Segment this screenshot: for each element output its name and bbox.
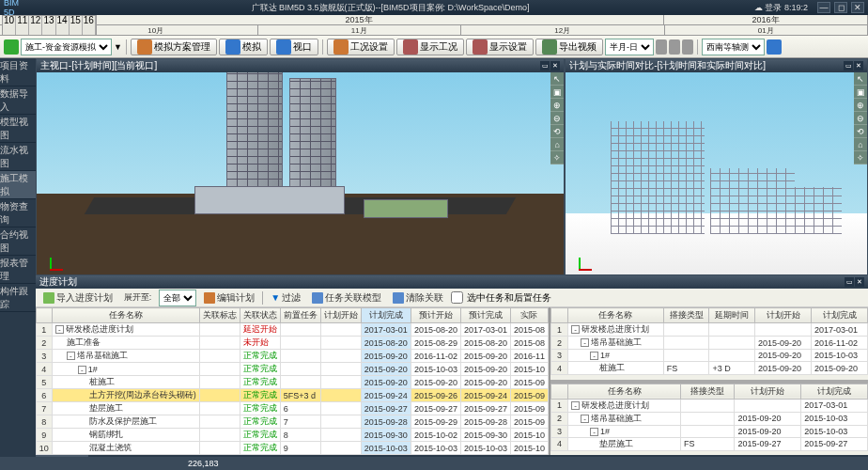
viewport-button[interactable]: 视口: [270, 39, 318, 55]
viewport-tool-button[interactable]: ▣: [854, 86, 867, 99]
column-header[interactable]: [551, 308, 568, 323]
tree-expand-icon[interactable]: -: [67, 352, 75, 360]
schedule-table[interactable]: 任务名称关联标志关联状态前置任务计划开始计划完成预计开始预计完成实际1-研发楼总…: [36, 307, 549, 455]
column-header[interactable]: 延期时间: [709, 308, 755, 323]
condition-button[interactable]: 工况设置: [327, 39, 395, 55]
axis-gizmo[interactable]: [569, 248, 592, 271]
close-button[interactable]: ✕: [851, 2, 864, 13]
tree-expand-icon[interactable]: -: [590, 428, 598, 436]
table-row[interactable]: 1-研发楼总进度计划2017-03-01: [551, 323, 868, 337]
table-row[interactable]: 4-1#正常完成2015-09-202015-10-032015-09-2020…: [36, 363, 548, 376]
viewport-tool-button[interactable]: ⊖: [550, 112, 564, 125]
main-viewport[interactable]: ↖▣⊕⊖⟲⌂✧: [37, 72, 564, 274]
axis-gizmo[interactable]: [40, 248, 63, 271]
minimize-button[interactable]: —: [817, 2, 830, 13]
view-angle-select[interactable]: 西南等轴测: [702, 39, 765, 55]
viewport-tool-button[interactable]: ↖: [550, 72, 564, 86]
tree-expand-icon[interactable]: -: [581, 415, 589, 423]
filter-button[interactable]: ▼过滤: [267, 290, 304, 306]
predecessor-table-wrap[interactable]: 任务名称搭接类型延期时间计划开始计划完成1-研发楼总进度计划2017-03-01…: [550, 307, 868, 380]
table-row[interactable]: 3-1#2015-09-202015-10-03: [551, 350, 868, 362]
viewport-tool-button[interactable]: ⊕: [550, 99, 564, 112]
play-icon[interactable]: [4, 39, 19, 55]
clear-link-button[interactable]: 清除关联: [389, 290, 447, 306]
tree-expand-icon[interactable]: -: [571, 325, 580, 334]
column-header[interactable]: 关联状态: [240, 308, 280, 323]
prev-icon[interactable]: [656, 39, 667, 55]
schedule-table-wrap[interactable]: 任务名称关联标志关联状态前置任务计划开始计划完成预计开始预计完成实际1-研发楼总…: [36, 307, 549, 455]
table-row[interactable]: 9钢筋绑扎正常完成82015-09-302015-10-022015-09-30…: [36, 429, 548, 442]
play2-icon[interactable]: [669, 39, 680, 55]
select-tasks-checkbox[interactable]: [451, 291, 463, 304]
tree-expand-icon[interactable]: -: [78, 366, 86, 374]
column-header[interactable]: 计划开始: [735, 384, 801, 399]
tree-expand-icon[interactable]: -: [55, 325, 64, 334]
sidebar-item-trace[interactable]: 构件跟踪: [0, 284, 36, 312]
column-header[interactable]: 实际: [510, 308, 548, 323]
panel-max-button[interactable]: ▭: [845, 277, 854, 287]
period-select[interactable]: 半月-日: [605, 39, 654, 55]
column-header[interactable]: 任务名称: [568, 384, 681, 399]
table-row[interactable]: 2-塔吊基础施工2015-09-202016-11-02: [551, 337, 868, 350]
maximize-button[interactable]: ◻: [834, 2, 847, 13]
sidebar-item-cost[interactable]: 合约视图: [0, 227, 36, 256]
viewport-tool-button[interactable]: ⟲: [854, 125, 867, 138]
viewport-tool-button[interactable]: ⌂: [854, 138, 867, 151]
viewport-max-button[interactable]: ▭: [844, 61, 853, 70]
table-row[interactable]: 7垫层施工正常完成62015-09-272015-09-272015-09-27…: [36, 402, 548, 415]
table-row[interactable]: 1-研发楼总进度计划延迟开始2017-03-012015-08-202017-0…: [36, 323, 548, 337]
expand-select[interactable]: 全部: [159, 290, 196, 306]
viewport-tool-button[interactable]: ✧: [550, 151, 564, 164]
viewport-tool-button[interactable]: ↖: [854, 72, 867, 86]
column-header[interactable]: 计划完成: [812, 308, 868, 323]
viewport-close-button[interactable]: ✕: [550, 61, 560, 70]
next-icon[interactable]: [682, 39, 693, 55]
column-header[interactable]: [36, 308, 52, 323]
column-header[interactable]: 搭接类型: [663, 308, 709, 323]
sidebar-item-import[interactable]: 数据导入: [0, 86, 36, 115]
table-row[interactable]: 2施工准备未开始2015-08-202015-08-292015-08-2020…: [36, 337, 548, 350]
edit-plan-button[interactable]: 编辑计划: [200, 290, 258, 306]
viewport-tool-button[interactable]: ⊖: [854, 112, 867, 125]
sidebar-item-flow[interactable]: 流水视图: [0, 143, 36, 171]
table-row[interactable]: 3-塔吊基础施工正常完成2015-09-202016-11-022015-09-…: [36, 350, 548, 363]
successor-table-wrap[interactable]: 任务名称搭接类型计划开始计划完成1-研发楼总进度计划2017-03-012-塔吊…: [550, 384, 868, 456]
viewport-tool-button[interactable]: ▣: [550, 86, 564, 99]
tree-expand-icon[interactable]: -: [571, 401, 580, 410]
tree-expand-icon[interactable]: -: [590, 352, 598, 360]
table-row[interactable]: 1-研发楼总进度计划2017-03-01: [551, 399, 868, 412]
column-header[interactable]: 前置任务: [280, 308, 320, 323]
column-header[interactable]: 计划完成: [801, 384, 868, 399]
table-row[interactable]: 4桩施工FS+3 D2015-09-202015-09-20: [551, 362, 868, 375]
viewport-tool-button[interactable]: ✧: [854, 151, 867, 164]
column-header[interactable]: 计划开始: [320, 308, 361, 323]
scheme-select[interactable]: 施工-资金资源模拟: [21, 39, 112, 55]
table-row[interactable]: 5桩施工正常完成2015-09-202015-09-202015-09-2020…: [36, 376, 548, 389]
import-schedule-button[interactable]: 导入进度计划: [39, 290, 116, 306]
column-header[interactable]: 任务名称: [568, 308, 664, 323]
scheme-manage-button[interactable]: 模拟方案管理: [131, 39, 217, 55]
column-header[interactable]: 计划开始: [755, 308, 812, 323]
successor-table[interactable]: 任务名称搭接类型计划开始计划完成1-研发楼总进度计划2017-03-012-塔吊…: [550, 384, 868, 451]
column-header[interactable]: 预计完成: [460, 308, 510, 323]
refresh-icon[interactable]: [767, 39, 782, 55]
table-row[interactable]: 3-1#2015-09-202015-10-03: [551, 425, 868, 437]
table-row[interactable]: 8防水及保护层施工正常完成72015-09-282015-09-292015-0…: [36, 415, 548, 429]
column-header[interactable]: 任务名称: [52, 308, 199, 323]
sidebar-item-view[interactable]: 模型视图: [0, 115, 36, 143]
column-header[interactable]: 计划完成: [361, 308, 411, 323]
simulate-button[interactable]: 模拟: [219, 39, 268, 55]
export-video-button[interactable]: 导出视频: [535, 39, 603, 55]
viewport-tool-button[interactable]: ⟲: [550, 125, 564, 138]
table-row[interactable]: 2-塔吊基础施工2015-09-202015-10-03: [551, 412, 868, 425]
timeline-days[interactable]: 10111213141516: [2, 15, 97, 36]
table-row[interactable]: 6土方开挖(周边承台砖头砌砖)正常完成5FS+3 d2015-09-242015…: [36, 389, 548, 402]
table-row[interactable]: 10混凝土浇筑正常完成92015-10-032015-10-032015-10-…: [36, 442, 548, 455]
viewport-tool-button[interactable]: ⊕: [854, 99, 867, 112]
compare-viewport[interactable]: ↖▣⊕⊖⟲⌂✧: [566, 72, 867, 274]
sidebar-item-rpt[interactable]: 报表管理: [0, 256, 36, 284]
login-info[interactable]: ☁ 登录 8:19:2: [754, 2, 808, 14]
sidebar-item-proj[interactable]: 项目资料: [0, 58, 36, 86]
column-header[interactable]: 预计开始: [411, 308, 460, 323]
viewport-tool-button[interactable]: ⌂: [550, 138, 564, 151]
